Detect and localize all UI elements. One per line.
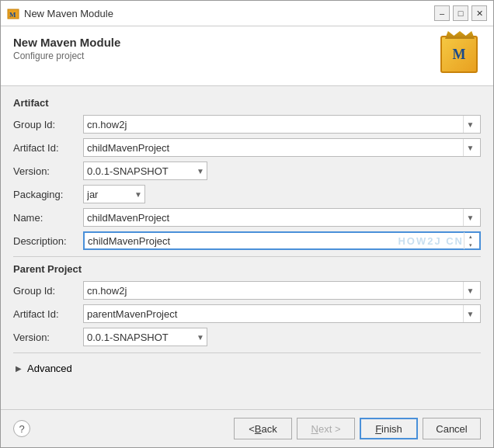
version-row: Version: 0.0.1-SNAPSHOT ▼ bbox=[13, 161, 481, 180]
back-button[interactable]: < Back bbox=[234, 418, 292, 439]
parent-version-field: 0.0.1-SNAPSHOT ▼ bbox=[83, 328, 481, 346]
packaging-select[interactable]: jar war pom bbox=[84, 189, 144, 200]
parent-group-id-dropdown-arrow[interactable]: ▼ bbox=[463, 282, 477, 299]
maximize-button[interactable]: □ bbox=[453, 5, 468, 21]
separator-2 bbox=[13, 352, 481, 353]
parent-group-id-field: ▼ bbox=[83, 281, 481, 300]
group-id-dropdown-arrow[interactable]: ▼ bbox=[463, 116, 477, 133]
artifact-id-field: ▼ bbox=[83, 138, 481, 157]
version-select[interactable]: 0.0.1-SNAPSHOT bbox=[84, 165, 207, 177]
next-button[interactable]: Next > bbox=[297, 418, 355, 439]
parent-version-select-wrapper: 0.0.1-SNAPSHOT ▼ bbox=[83, 328, 207, 346]
group-id-input-wrapper: ▼ bbox=[83, 115, 481, 134]
artifact-section-header: Artifact bbox=[13, 97, 481, 109]
artifact-id-dropdown-arrow[interactable]: ▼ bbox=[463, 139, 477, 156]
artifact-id-input-wrapper: ▼ bbox=[83, 138, 481, 157]
name-dropdown-arrow[interactable]: ▼ bbox=[463, 209, 477, 226]
description-row: Description: HOW2J CN ▴ ▾ bbox=[13, 231, 481, 250]
close-button[interactable]: ✕ bbox=[471, 5, 487, 21]
advanced-row[interactable]: ▶ Advanced bbox=[13, 359, 481, 377]
description-spinner: ▴ ▾ bbox=[464, 232, 476, 249]
separator-1 bbox=[13, 256, 481, 257]
version-field: 0.0.1-SNAPSHOT ▼ bbox=[83, 161, 481, 180]
parent-version-select[interactable]: 0.0.1-SNAPSHOT bbox=[84, 332, 207, 343]
parent-artifact-id-field: ▼ bbox=[83, 304, 481, 323]
advanced-expand-arrow: ▶ bbox=[13, 363, 24, 374]
name-input[interactable] bbox=[87, 212, 463, 224]
minimize-button[interactable]: – bbox=[434, 5, 450, 21]
packaging-select-wrapper: jar war pom ▼ bbox=[83, 185, 145, 203]
maven-icon: M bbox=[440, 36, 481, 76]
artifact-id-label: Artifact Id: bbox=[13, 142, 83, 154]
version-label: Version: bbox=[13, 165, 83, 177]
header-text: New Maven Module Configure project bbox=[13, 36, 120, 61]
window-icon: M bbox=[7, 7, 19, 19]
parent-section-header: Parent Project bbox=[13, 263, 481, 275]
window-title: New Maven Module bbox=[24, 8, 434, 19]
packaging-label: Packaging: bbox=[13, 189, 83, 200]
parent-version-row: Version: 0.0.1-SNAPSHOT ▼ bbox=[13, 328, 481, 346]
artifact-id-input[interactable] bbox=[87, 142, 463, 154]
title-bar: M New Maven Module – □ ✕ bbox=[1, 1, 493, 26]
parent-artifact-id-dropdown-arrow[interactable]: ▼ bbox=[463, 305, 477, 322]
parent-artifact-id-input[interactable] bbox=[87, 308, 463, 320]
group-id-row: Group Id: ▼ bbox=[13, 115, 481, 134]
description-spinner-up[interactable]: ▴ bbox=[464, 232, 476, 241]
footer: ? < Back Next > Finish Cancel bbox=[1, 409, 493, 447]
parent-artifact-id-input-wrapper: ▼ bbox=[83, 304, 481, 323]
packaging-row: Packaging: jar war pom ▼ bbox=[13, 185, 481, 203]
parent-artifact-id-label: Artifact Id: bbox=[13, 308, 83, 320]
header-section: New Maven Module Configure project M bbox=[1, 26, 493, 86]
group-id-input[interactable] bbox=[87, 119, 463, 130]
window-controls: – □ ✕ bbox=[434, 5, 487, 21]
version-select-wrapper: 0.0.1-SNAPSHOT ▼ bbox=[83, 161, 207, 180]
description-spinner-down[interactable]: ▾ bbox=[464, 241, 476, 249]
footer-right: < Back Next > Finish Cancel bbox=[234, 418, 481, 439]
group-id-label: Group Id: bbox=[13, 119, 83, 130]
description-input[interactable] bbox=[88, 235, 464, 247]
parent-artifact-id-row: Artifact Id: ▼ bbox=[13, 304, 481, 323]
packaging-field: jar war pom ▼ bbox=[83, 185, 481, 203]
dialog-title: New Maven Module bbox=[13, 36, 120, 49]
cancel-button[interactable]: Cancel bbox=[423, 418, 481, 439]
name-label: Name: bbox=[13, 212, 83, 224]
name-input-wrapper: ▼ bbox=[83, 208, 481, 227]
name-field: ▼ bbox=[83, 208, 481, 227]
group-id-field: ▼ bbox=[83, 115, 481, 134]
parent-version-label: Version: bbox=[13, 332, 83, 343]
artifact-id-row: Artifact Id: ▼ bbox=[13, 138, 481, 157]
content-area: Artifact Group Id: ▼ Artifact Id: ▼ bbox=[1, 86, 493, 409]
description-label: Description: bbox=[13, 235, 83, 247]
description-field-wrapper: HOW2J CN ▴ ▾ bbox=[83, 231, 481, 250]
parent-group-id-label: Group Id: bbox=[13, 285, 83, 297]
parent-group-id-input[interactable] bbox=[87, 285, 463, 297]
svg-text:M: M bbox=[9, 11, 16, 19]
finish-button[interactable]: Finish bbox=[360, 418, 418, 439]
dialog-window: M New Maven Module – □ ✕ New Maven Modul… bbox=[0, 0, 494, 448]
help-button[interactable]: ? bbox=[13, 420, 30, 437]
dialog-subtitle: Configure project bbox=[13, 50, 120, 61]
footer-left: ? bbox=[13, 420, 30, 437]
parent-group-id-row: Group Id: ▼ bbox=[13, 281, 481, 300]
maven-logo: M bbox=[440, 36, 478, 73]
description-input-wrapper: HOW2J CN ▴ ▾ bbox=[83, 231, 481, 250]
advanced-label: Advanced bbox=[27, 363, 72, 374]
parent-group-id-input-wrapper: ▼ bbox=[83, 281, 481, 300]
name-row: Name: ▼ bbox=[13, 208, 481, 227]
